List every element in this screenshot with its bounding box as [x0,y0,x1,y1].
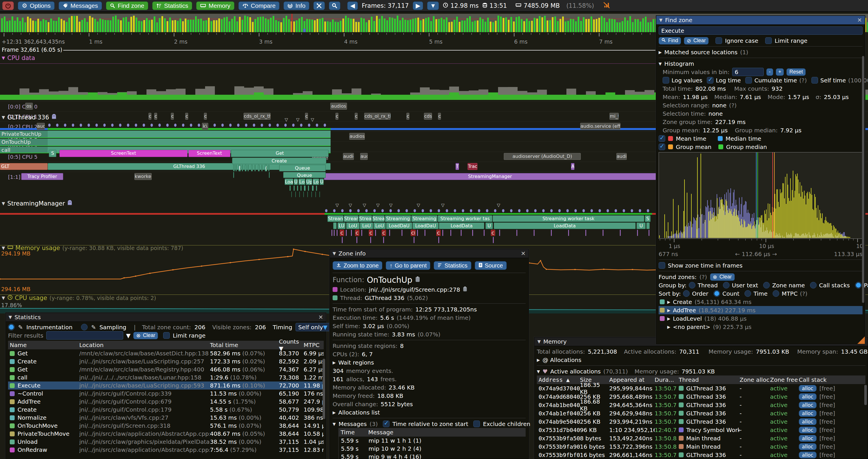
zone-marker-icon[interactable]: ▽ [349,203,352,208]
timeline-zone[interactable] [451,230,451,236]
timeline-zone[interactable]: k\ [202,123,208,130]
group-mean-checkbox[interactable] [659,143,665,150]
timeline-zone[interactable]: aud [360,153,368,160]
timeline-zone[interactable] [602,230,603,236]
timeline-zone[interactable]: LU [338,223,345,229]
timeline-zone[interactable] [311,192,312,197]
limit-range-checkbox[interactable] [765,37,772,44]
timeline-zone[interactable]: c [406,113,409,120]
statistics-row[interactable]: AddTree jni/../jni/src/guif/Control.cpp:… [8,398,324,405]
mean-time-checkbox[interactable] [659,135,665,142]
memory-button[interactable]: Memory [196,1,235,10]
statistics-button[interactable]: Statistics [152,1,192,10]
glthread-stack-row[interactable]: OnTouchUp [0,139,331,146]
limit-range-checkbox[interactable] [163,332,170,339]
messages-button[interactable]: Messages [59,1,102,10]
timeline-zone[interactable] [248,165,249,171]
allocations-expander[interactable]: ▶@ Allocations [537,356,865,364]
messages-expander[interactable]: ▼ [333,422,336,426]
timeline-zone[interactable] [295,192,296,197]
radio-parent[interactable] [855,282,862,289]
statistics-row[interactable]: OnTouchMove jni/../jni/src/guif/Screen.c… [8,422,324,430]
timeline-zone[interactable] [534,230,534,236]
timeline-zone[interactable] [293,186,295,191]
message-row[interactable]: 5.59 smip 10 w 2 h 2 (4) [338,445,526,453]
compare-button[interactable]: Compare [239,1,279,10]
timeline-zone[interactable]: audio [616,153,627,160]
timeline-zone[interactable] [389,230,390,236]
time-relative-checkbox[interactable] [383,421,390,427]
find-zone-histogram[interactable] [659,152,863,239]
reset-button[interactable]: Reset [786,68,806,76]
timeline-zone[interactable] [646,223,650,229]
timeline-zone[interactable]: T [456,163,459,170]
alloc-callstack-button[interactable]: alloc [799,385,816,392]
find-button[interactable]: Find [659,37,681,44]
timeline-zone[interactable]: U [486,223,493,229]
timeline-zone[interactable]: cds_ol_rx_thr [244,113,271,120]
col-mtpc[interactable]: MTPC [304,341,324,349]
radio-call-stacks[interactable] [810,282,816,289]
radio-mtpc[interactable] [773,290,779,297]
timeline-zone[interactable] [442,230,443,236]
found-zone-group-row[interactable]: ▶ <no parent> (9) 225.73 µs [659,323,863,331]
col-time[interactable]: Time [338,429,368,436]
timeline-zone[interactable] [308,186,309,191]
statistics-row[interactable]: call jni/../jni/../../../src/claw/base/L… [8,373,324,382]
timeline-zone[interactable]: Get [231,150,329,157]
col-name[interactable]: Name [8,341,79,349]
timeline-zone[interactable]: Queue [279,165,326,171]
timeline-zone[interactable]: Streaming [411,215,437,222]
col-thread[interactable]: Thread [679,376,740,383]
timeline-zone[interactable]: c [149,113,151,120]
timeline-zone[interactable]: LoU [346,223,360,229]
allocation-row[interactable]: 0x7553b9fa90 16 bytes 153,722,396ns 13:5… [537,442,865,451]
timeline-zone[interactable] [417,230,418,236]
timeline-zone[interactable]: Lo [299,178,305,185]
instrumentation-radio[interactable] [8,324,14,330]
col-call-stack[interactable]: Call stack [799,376,865,383]
find-zone-scrollbar[interactable] [862,56,864,303]
timeline-zone[interactable]: C [436,230,441,236]
statistics-row[interactable]: OnRedraw jni/../jni/src/claw/application… [8,446,324,454]
zone-marker-icon[interactable]: ▽ [389,203,393,208]
timeline-zone[interactable]: Lo [313,178,319,185]
find-zone-query-input[interactable]: Execute [659,26,863,35]
statistics-row[interactable]: Get /mnt/e/claw/src/claw/base/Registry.h… [8,365,324,373]
col-duration[interactable]: Dura... [655,376,679,383]
cpu-usage-header[interactable]: ▼CPU usage(y-range: 0.78%, visible data … [2,295,156,301]
timeline-zone[interactable]: c [305,113,308,120]
clipboard-icon[interactable] [463,286,467,293]
timeline-zone[interactable]: A [571,163,575,170]
min-values-input[interactable]: 6 [732,68,764,76]
zone-marker-icon[interactable]: ▽ [336,203,339,208]
timeline-zone[interactable]: LoadData [439,223,484,229]
power-button[interactable] [2,1,14,10]
active-allocations-expander[interactable]: ▼♥Active allocations(70,311)Memory usage… [537,367,865,375]
timeline-zone[interactable]: Strea [372,215,384,222]
timeline-zone[interactable]: os [25,103,33,110]
exclude-children-checkbox[interactable] [473,421,480,427]
timeline-zone[interactable] [620,230,621,236]
timeline-zone[interactable]: c [355,113,358,120]
timeline-zone[interactable]: audioser [349,133,365,140]
radio-thread[interactable] [689,282,695,289]
clipboard-icon[interactable] [415,276,420,284]
timeline-zone[interactable] [484,230,485,236]
timeline-zone[interactable]: aud [37,123,45,130]
timeline-zone[interactable]: c [438,113,441,120]
statistics-row[interactable]: PrivateTouchMove jni/../jni/src/claw/app… [8,430,324,438]
col-message[interactable]: Message [368,429,394,436]
timeline-zone[interactable] [517,230,517,236]
allocation-row[interactable]: 0x74ab9e5040 256 KB 293,994,219ns 13:50.… [537,417,865,426]
found-zone-group-row[interactable]: ▶ Create (54,131) 643.34 ms [659,298,863,306]
statistics-row[interactable]: Get /mnt/e/claw/src/claw/base/AssetDict.… [8,349,324,357]
panel-resize-handle[interactable] [857,336,865,344]
timeline-zone[interactable]: Up [306,178,312,185]
statistics-row[interactable]: Execute jni/../jni/src/claw/base/LuaScri… [8,382,324,390]
timeline-zone[interactable]: ( [265,165,267,171]
timeline-zone[interactable] [289,186,291,191]
memory-usage-header[interactable]: ▼Memory usage(y-range: 30.88 KB, visible… [2,244,183,252]
timeline-zone[interactable]: audioserver (AudioOut_D) [504,153,581,160]
clear-filter-button[interactable]: ⊗Clear [133,332,158,339]
